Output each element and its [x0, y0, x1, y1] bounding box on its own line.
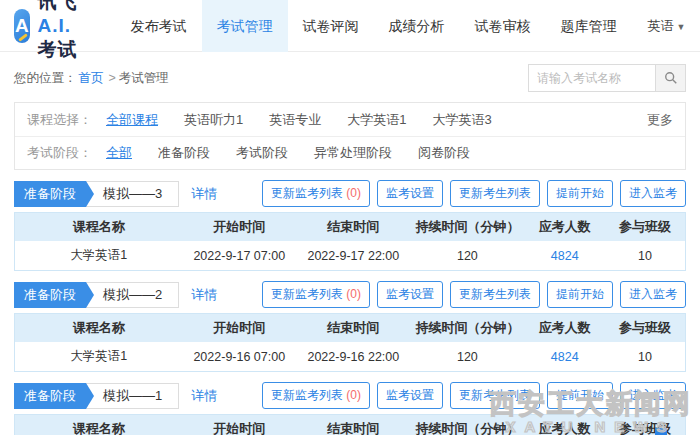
cell-duration: 120: [410, 342, 524, 372]
proctor-count-badge: (0): [346, 287, 361, 301]
exam-card: 准备阶段 模拟——3 详情 更新监考列表 (0) 监考设置 更新考生列表 提前开…: [14, 180, 686, 271]
col-classes: 参与班级: [605, 415, 686, 435]
filter-option-stage-exception[interactable]: 异常处理阶段: [314, 144, 392, 162]
candidates-count-link[interactable]: 4824: [551, 249, 579, 263]
menu-item-question-bank[interactable]: 题库管理: [546, 0, 632, 52]
search-button[interactable]: [656, 64, 686, 92]
menu-item-paper-review[interactable]: 试卷评阅: [288, 0, 374, 52]
exam-name: 模拟——1: [84, 383, 179, 409]
detail-link[interactable]: 详情: [191, 185, 217, 203]
app-title-brand: 讯飞: [38, 0, 78, 12]
exam-card-head: 准备阶段 模拟——2 详情 更新监考列表 (0) 监考设置 更新考生列表 提前开…: [14, 281, 686, 308]
filter-option-course-3[interactable]: 大学英语1: [347, 111, 406, 129]
update-proctor-list-label: 更新监考列表: [271, 287, 343, 301]
filter-option-all-stages[interactable]: 全部: [106, 144, 132, 162]
filter-option-stage-prepare[interactable]: 准备阶段: [158, 144, 210, 162]
app-title-suffix: 考试: [38, 39, 78, 60]
filter-option-all-courses[interactable]: 全部课程: [106, 111, 158, 129]
col-duration: 持续时间（分钟）: [410, 314, 524, 343]
exam-card: 准备阶段 模拟——2 详情 更新监考列表 (0) 监考设置 更新考生列表 提前开…: [14, 281, 686, 372]
exam-search: [528, 64, 686, 92]
col-classes: 参与班级: [605, 314, 686, 343]
filter-option-stage-marking[interactable]: 阅卷阶段: [418, 144, 470, 162]
cell-end-time: 2022-9-16 22:00: [296, 342, 410, 372]
enter-proctor-button[interactable]: 进入监考: [620, 281, 686, 308]
start-early-button[interactable]: 提前开始: [547, 180, 613, 207]
update-proctor-list-button[interactable]: 更新监考列表 (0): [262, 281, 370, 308]
update-proctor-list-button[interactable]: 更新监考列表 (0): [262, 180, 370, 207]
enter-proctor-button[interactable]: 进入监考: [620, 180, 686, 207]
exam-table-header-row: 课程名称 开始时间 结束时间 持续时间（分钟） 应考人数 参与班级: [15, 314, 686, 343]
language-label: 英语: [648, 18, 674, 33]
col-end-time: 结束时间: [296, 314, 410, 343]
more-courses-button[interactable]: 更多: [647, 111, 673, 129]
exam-actions: 更新监考列表 (0) 监考设置 更新考生列表 提前开始 进入监考: [255, 281, 686, 308]
filter-label-stage: 考试阶段：: [27, 144, 92, 162]
col-course-name: 课程名称: [15, 314, 183, 343]
corner-blue-square: [655, 428, 667, 435]
stage-badge: 准备阶段: [14, 383, 86, 409]
menu-item-publish-exam[interactable]: 发布考试: [116, 0, 202, 52]
candidates-count-link[interactable]: 4824: [551, 350, 579, 364]
detail-link[interactable]: 详情: [191, 286, 217, 304]
exam-card-head: 准备阶段 模拟——1 详情 更新监考列表 (0) 监考设置 更新考生列表 提前开…: [14, 382, 686, 409]
update-proctor-list-label: 更新监考列表: [271, 186, 343, 200]
col-course-name: 课程名称: [15, 415, 183, 435]
col-course-name: 课程名称: [15, 213, 183, 242]
exam-name: 模拟——3: [84, 181, 179, 207]
proctor-settings-button[interactable]: 监考设置: [377, 382, 443, 409]
stage-badge: 准备阶段: [14, 282, 86, 308]
exam-table-header-row: 课程名称 开始时间 结束时间 持续时间（分钟） 应考人数 参与班级: [15, 415, 686, 435]
app-title-ai: A.I.: [38, 15, 72, 36]
app-logo: A 讯飞A.I.考试: [14, 0, 90, 63]
filter-option-course-2[interactable]: 英语专业: [269, 111, 321, 129]
chevron-down-icon: ▼: [677, 22, 686, 32]
proctor-count-badge: (0): [346, 388, 361, 402]
exam-table: 课程名称 开始时间 结束时间 持续时间（分钟） 应考人数 参与班级 大学英语1 …: [14, 414, 686, 435]
breadcrumb-prefix: 您的位置：: [14, 71, 77, 85]
start-early-button[interactable]: 提前开始: [547, 281, 613, 308]
col-candidates: 应考人数: [524, 213, 605, 242]
filter-option-course-4[interactable]: 大学英语3: [432, 111, 491, 129]
proctor-settings-button[interactable]: 监考设置: [377, 281, 443, 308]
detail-link[interactable]: 详情: [191, 387, 217, 405]
filter-option-stage-exam[interactable]: 考试阶段: [236, 144, 288, 162]
filter-row-course: 课程选择： 全部课程 英语听力1 英语专业 大学英语1 大学英语3 更多: [15, 103, 685, 136]
cell-classes: 10: [605, 241, 686, 271]
table-row: 大学英语1 2022-9-17 07:00 2022-9-17 22:00 12…: [15, 241, 686, 271]
proctor-settings-button[interactable]: 监考设置: [377, 180, 443, 207]
search-icon: [664, 71, 678, 85]
update-candidate-list-button[interactable]: 更新考生列表: [450, 382, 540, 409]
update-candidate-list-button[interactable]: 更新考生列表: [450, 180, 540, 207]
menu-item-score-analysis[interactable]: 成绩分析: [374, 0, 460, 52]
cell-course-name: 大学英语1: [15, 241, 183, 271]
language-selector[interactable]: 英语▼: [648, 17, 686, 35]
breadcrumb-current: 考试管理: [119, 71, 169, 85]
update-candidate-list-button[interactable]: 更新考生列表: [450, 281, 540, 308]
update-proctor-list-button[interactable]: 更新监考列表 (0): [262, 382, 370, 409]
cell-end-time: 2022-9-17 22:00: [296, 241, 410, 271]
breadcrumb: 您的位置：首页>考试管理: [14, 70, 169, 87]
cell-start-time: 2022-9-17 07:00: [182, 241, 296, 271]
exam-table-header-row: 课程名称 开始时间 结束时间 持续时间（分钟） 应考人数 参与班级: [15, 213, 686, 242]
app-title: 讯飞A.I.考试: [38, 0, 90, 63]
col-classes: 参与班级: [605, 213, 686, 242]
col-start-time: 开始时间: [182, 314, 296, 343]
col-duration: 持续时间（分钟）: [410, 213, 524, 242]
breadcrumb-home-link[interactable]: 首页: [79, 71, 104, 85]
enter-proctor-button[interactable]: 进入监考: [620, 382, 686, 409]
main-menu: 发布考试 考试管理 试卷评阅 成绩分析 试卷审核 题库管理: [116, 0, 632, 52]
menu-item-exam-management[interactable]: 考试管理: [202, 0, 288, 52]
col-start-time: 开始时间: [182, 213, 296, 242]
cell-duration: 120: [410, 241, 524, 271]
filter-option-course-1[interactable]: 英语听力1: [184, 111, 243, 129]
filter-label-course: 课程选择：: [27, 111, 92, 129]
menu-item-paper-audit[interactable]: 试卷审核: [460, 0, 546, 52]
search-input[interactable]: [528, 64, 656, 92]
cell-classes: 10: [605, 342, 686, 372]
exam-card: 准备阶段 模拟——1 详情 更新监考列表 (0) 监考设置 更新考生列表 提前开…: [14, 382, 686, 435]
app-logo-icon: A: [14, 9, 30, 43]
start-early-button[interactable]: 提前开始: [547, 382, 613, 409]
cell-course-name: 大学英语1: [15, 342, 183, 372]
filter-row-stage: 考试阶段： 全部 准备阶段 考试阶段 异常处理阶段 阅卷阶段: [15, 136, 685, 169]
